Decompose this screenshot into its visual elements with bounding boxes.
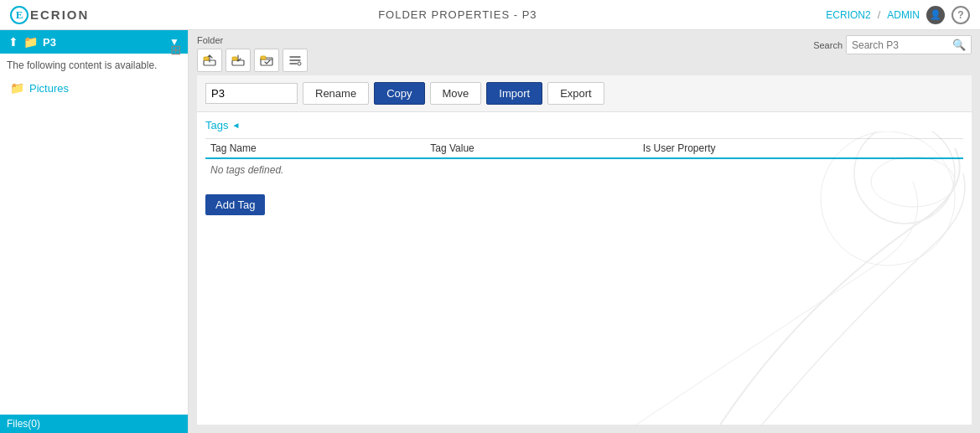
- col-tag-name: Tag Name: [205, 139, 425, 159]
- tags-table: Tag Name Tag Value Is User Property No t…: [205, 138, 963, 181]
- folder-icon: 📁: [23, 35, 38, 49]
- no-tags-text: No tags defined.: [205, 158, 963, 181]
- download-folder-button[interactable]: [226, 49, 251, 72]
- copy-button[interactable]: Copy: [374, 82, 424, 105]
- svg-rect-1: [204, 57, 209, 60]
- user-separator: /: [878, 8, 881, 21]
- search-wrap: Search 🔍: [813, 35, 972, 54]
- move-button[interactable]: Move: [430, 82, 482, 105]
- help-icon[interactable]: ?: [951, 6, 970, 24]
- tags-arrow-icon: ◄: [231, 121, 240, 130]
- tags-label: Tags: [205, 119, 228, 131]
- logo-name: ECRION: [30, 8, 89, 22]
- sidebar-header[interactable]: ⬆ 📁 P3 ▼: [0, 30, 188, 54]
- tags-header: Tags ◄: [205, 119, 963, 131]
- svg-point-9: [298, 62, 301, 65]
- import-button[interactable]: Import: [486, 82, 542, 105]
- sidebar-item-pictures[interactable]: 📁 Pictures: [7, 80, 181, 96]
- sidebar-content: The following content is available. ⊞ 📁 …: [0, 54, 188, 415]
- folder-name-input[interactable]: [205, 83, 298, 104]
- grid-view-icon[interactable]: ⊞: [170, 42, 181, 58]
- properties-button[interactable]: [283, 49, 308, 72]
- logo-e-icon: E: [10, 6, 29, 24]
- upload-folder-button[interactable]: [197, 49, 222, 72]
- col-is-user-property: Is User Property: [638, 139, 963, 159]
- user-icon[interactable]: 👤: [926, 6, 945, 24]
- pictures-folder-icon: 📁: [10, 81, 24, 95]
- header: E ECRION Folder Properties - P3 ECRION2 …: [0, 0, 980, 30]
- folder-action-button[interactable]: [254, 49, 279, 72]
- admin-link[interactable]: ADMIN: [887, 9, 920, 21]
- rename-button[interactable]: Rename: [303, 82, 369, 105]
- search-label: Search: [813, 40, 843, 50]
- search-box: 🔍: [846, 35, 972, 54]
- tags-section: Tags ◄ Tag Name Tag Value Is User Proper…: [197, 112, 972, 188]
- action-row: Rename Copy Move Import Export: [197, 75, 972, 112]
- add-tag-button[interactable]: Add Tag: [205, 194, 265, 215]
- search-input[interactable]: [847, 37, 947, 54]
- logo: E ECRION: [10, 6, 89, 24]
- pictures-label: Pictures: [29, 82, 69, 95]
- search-button[interactable]: 🔍: [947, 36, 971, 54]
- sidebar: ⬆ 📁 P3 ▼ The following content is availa…: [0, 30, 189, 433]
- no-tags-row: No tags defined.: [205, 158, 963, 181]
- main-layout: ⬆ 📁 P3 ▼ The following content is availa…: [0, 30, 980, 433]
- header-right: ECRION2 / ADMIN 👤 ?: [826, 6, 970, 24]
- export-button[interactable]: Export: [547, 82, 604, 105]
- upload-icon: ⬆: [8, 35, 18, 49]
- page-title: Folder Properties - P3: [378, 8, 537, 21]
- content-area: Rename Copy Move Import Export Tags ◄ Ta…: [197, 75, 972, 425]
- sidebar-footer: Files(0): [0, 415, 188, 433]
- sidebar-header-left: ⬆ 📁 P3: [8, 35, 56, 49]
- sidebar-folder-name: P3: [43, 36, 56, 49]
- svg-rect-3: [232, 57, 237, 60]
- ecrion2-link[interactable]: ECRION2: [826, 9, 870, 21]
- right-panel: Folder: [189, 30, 980, 433]
- svg-rect-5: [261, 56, 266, 59]
- content-available-label: The following content is available.: [7, 59, 157, 71]
- col-tag-value: Tag Value: [425, 139, 638, 159]
